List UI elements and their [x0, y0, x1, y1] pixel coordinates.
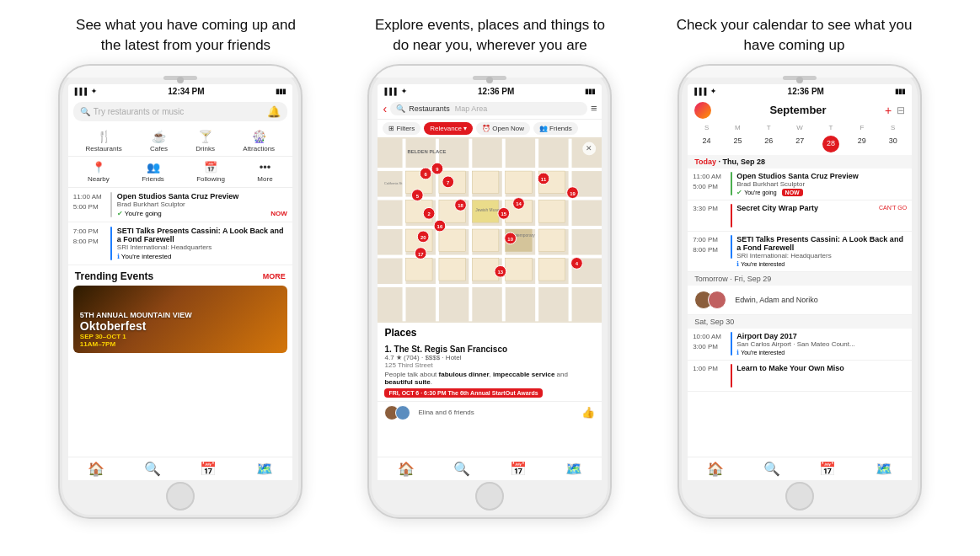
quick-following[interactable]: 📅 Following: [196, 161, 225, 183]
today-section-header: Today · Thu, Sep 28: [688, 155, 912, 168]
user-avatar[interactable]: [694, 102, 711, 119]
event-img-line1: 5TH ANNUAL MOUNTAIN VIEW: [80, 311, 281, 319]
cal-day-25[interactable]: 25: [722, 133, 753, 155]
places-label: Places: [378, 323, 602, 341]
phone-3-home-button[interactable]: [785, 482, 814, 511]
p3-event-1-time: 11:00 AM 5:00 PM: [693, 172, 726, 192]
phone-1-screen: ▌▌▌ ✦ 12:34 PM ▮▮▮ 🔍 Try restaurants or …: [68, 84, 292, 477]
phone-1-search-bar[interactable]: 🔍 Try restaurants or music 🔔: [73, 102, 287, 121]
nav-calendar-icon[interactable]: 📅: [200, 461, 217, 477]
p3-event-1-status-text: You're going: [744, 190, 776, 195]
p3-event-1-body: Open Studios Santa Cruz Preview Brad Bur…: [736, 172, 907, 196]
calendar-menu-icon[interactable]: ⊟: [897, 104, 905, 116]
cal-day-27[interactable]: 27: [785, 133, 816, 155]
nav-search-icon[interactable]: 🔍: [144, 461, 161, 477]
svg-rect-26: [539, 229, 566, 252]
filter-filters[interactable]: ⊞ Filters: [383, 122, 420, 135]
p3-event-2[interactable]: 3:30 PM Secret City Wrap Party CAN'T GO: [688, 200, 912, 232]
cat-drinks[interactable]: 🍸 Drinks: [195, 130, 215, 152]
going-icon: ✔: [117, 210, 123, 217]
p3-sat-event-1-title: Airport Day 2017: [736, 332, 907, 340]
quick-more[interactable]: ••• More: [257, 161, 272, 183]
event-2-time: 7:00 PM 8:00 PM: [73, 227, 105, 260]
cant-go-label[interactable]: CAN'T GO: [879, 205, 907, 211]
svg-text:15: 15: [501, 211, 507, 217]
event-1-status: ✔ You're going NOW: [117, 210, 287, 217]
p3-event-1-sub: Brad Burkhart Sculptor: [736, 180, 907, 188]
p3-sat-event-2-time: 1:00 PM: [693, 364, 726, 374]
cal-day-26[interactable]: 26: [753, 133, 785, 155]
list-icon[interactable]: ≡: [591, 102, 597, 115]
trending-event-image[interactable]: 5TH ANNUAL MOUNTAIN VIEW Oktoberfest SEP…: [73, 286, 287, 353]
phone-1-home-button[interactable]: [166, 482, 195, 511]
nav2-calendar-icon[interactable]: 📅: [510, 461, 527, 477]
nav-home-icon[interactable]: 🏠: [88, 461, 104, 477]
event-badge[interactable]: FRI, OCT 6 · 6:30 PM The 6th Annual Star…: [384, 388, 542, 398]
friend-names: Edwin, Adam and Noriko: [735, 296, 818, 304]
p3-event-1[interactable]: 11:00 AM 5:00 PM Open Studios Santa Cruz…: [688, 168, 912, 200]
nav2-map-icon[interactable]: 🗺️: [565, 461, 582, 477]
nav2-search-icon[interactable]: 🔍: [453, 461, 470, 477]
friend-event-row[interactable]: Edwin, Adam and Noriko: [688, 286, 912, 315]
header-row: See what you have coming up and the late…: [0, 0, 980, 64]
back-button[interactable]: ‹: [383, 102, 387, 115]
phone-2-search-bar[interactable]: 🔍 Restaurants Map Area: [390, 102, 587, 115]
phone-2-map[interactable]: Jewish Museum Contemporary BELDEN PLACE …: [378, 137, 602, 323]
phones-row: ▌▌▌ ✦ 12:34 PM ▮▮▮ 🔍 Try restaurants or …: [0, 64, 980, 556]
cal-day-30[interactable]: 30: [877, 133, 908, 155]
friends-text: Elina and 6 friends: [418, 409, 474, 416]
quick-friends-label: Friends: [142, 175, 164, 183]
p3-sat-event-2-body: Learn to Make Your Own Miso: [736, 364, 907, 372]
svg-text:11: 11: [541, 176, 547, 181]
p3-sat-event-1[interactable]: 10:00 AM 3:00 PM Airport Day 2017 San Ca…: [688, 329, 912, 361]
phone-2-home-button[interactable]: [475, 482, 504, 511]
quick-nearby[interactable]: 📍 Nearby: [88, 161, 110, 183]
phone-2-filters: ⊞ Filters Relevance ▾ ⏰ Open Now 👥 Frien…: [378, 120, 602, 137]
cat-restaurants[interactable]: 🍴 Restaurants: [86, 130, 122, 152]
phone-1-top: [60, 66, 301, 78]
filter-relevance[interactable]: Relevance ▾: [424, 122, 473, 135]
filter-friends[interactable]: 👥 Friends: [533, 122, 578, 135]
nav3-home-icon[interactable]: 🏠: [707, 461, 724, 477]
svg-rect-24: [473, 229, 500, 252]
phone-1-event-2[interactable]: 7:00 PM 8:00 PM SETI Talks Presents Cass…: [68, 222, 292, 265]
p3-sat-event-2[interactable]: 1:00 PM Learn to Make Your Own Miso: [688, 361, 912, 392]
p3-event-3-bar: [731, 235, 732, 259]
friend-event-avatars: [694, 291, 721, 309]
calendar-icons: + ⊟: [885, 104, 905, 117]
svg-text:18: 18: [458, 203, 464, 208]
thumbs-up-icon[interactable]: 👍: [581, 406, 595, 419]
svg-text:20: 20: [420, 234, 426, 239]
nav3-search-icon[interactable]: 🔍: [763, 461, 780, 477]
place-card-1[interactable]: 1. The St. Regis San Francisco 4.7 ★ (70…: [378, 341, 602, 402]
svg-text:17: 17: [418, 251, 424, 256]
more-link[interactable]: MORE: [263, 272, 286, 281]
nav-map-icon[interactable]: 🗺️: [256, 461, 273, 477]
search-icon: 🔍: [80, 107, 90, 116]
cal-day-24[interactable]: 24: [691, 133, 722, 155]
p3-event-1-title: Open Studios Santa Cruz Preview: [736, 172, 907, 180]
place-1-num: 1.: [384, 345, 391, 354]
p3-event-3[interactable]: 7:00 PM 8:00 PM SETI Talks Presents Cass…: [688, 232, 912, 272]
quick-friends[interactable]: 👥 Friends: [142, 161, 164, 183]
phone-3-time: 12:36 PM: [788, 87, 824, 96]
phone-1-status-bar: ▌▌▌ ✦ 12:34 PM ▮▮▮: [68, 84, 292, 99]
svg-rect-15: [506, 171, 533, 194]
add-event-icon[interactable]: +: [885, 104, 892, 117]
cal-day-29[interactable]: 29: [846, 133, 877, 155]
phone-1-event-1[interactable]: 11:00 AM 5:00 PM Open Studios Santa Cruz…: [68, 188, 292, 222]
cal-day-28-today[interactable]: 28: [816, 133, 847, 155]
nav3-calendar-icon[interactable]: 📅: [819, 461, 836, 477]
filter-open-now[interactable]: ⏰ Open Now: [476, 122, 530, 135]
filter-icon: ⊞: [388, 125, 394, 132]
phone-1: ▌▌▌ ✦ 12:34 PM ▮▮▮ 🔍 Try restaurants or …: [58, 64, 303, 519]
filter-relevance-label: Relevance ▾: [430, 125, 467, 132]
filter-open-now-label: Open Now: [492, 125, 524, 132]
bell-icon[interactable]: 🔔: [267, 105, 281, 118]
quick-following-label: Following: [196, 175, 225, 183]
calendar-grid: S M T W T F S 24 25 26 27 28 29 30: [688, 122, 912, 155]
nav3-map-icon[interactable]: 🗺️: [876, 461, 892, 477]
cat-attractions[interactable]: 🎡 Attractions: [243, 130, 275, 152]
cat-cafes[interactable]: ☕ Cafes: [150, 130, 168, 152]
nav2-home-icon[interactable]: 🏠: [398, 461, 415, 477]
